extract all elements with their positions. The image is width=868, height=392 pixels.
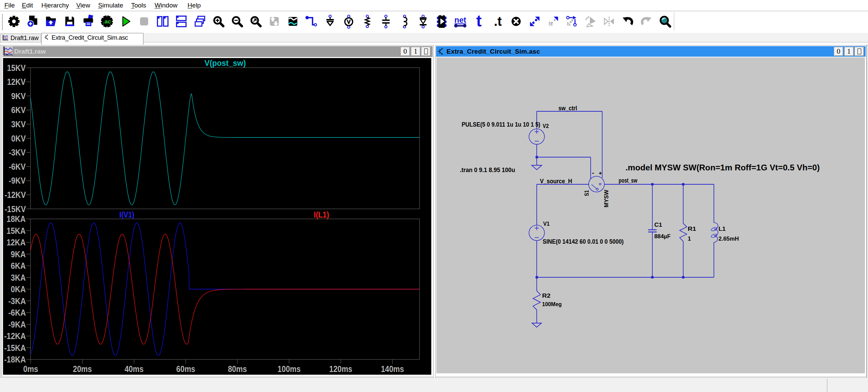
svg-text:.t: .t — [494, 14, 502, 29]
svg-text:0KV: 0KV — [11, 133, 26, 144]
svg-text:100Meg: 100Meg — [542, 301, 562, 307]
svg-text:I(V1): I(V1) — [119, 210, 134, 219]
svg-text:-12KV: -12KV — [4, 190, 26, 200]
svg-text:-18KA: -18KA — [4, 354, 26, 365]
svg-text:20ms: 20ms — [73, 364, 92, 374]
svg-text:V1: V1 — [543, 221, 550, 227]
svg-text:-9KA: -9KA — [8, 319, 26, 330]
svg-text:S1: S1 — [584, 190, 590, 196]
svg-text:2.65mH: 2.65mH — [718, 236, 739, 242]
svg-text:-6KA: -6KA — [8, 307, 26, 318]
svg-text:884µF: 884µF — [654, 233, 671, 240]
svg-text:sw_ctrl: sw_ctrl — [558, 105, 577, 112]
svg-text:MYSW: MYSW — [603, 189, 610, 207]
svg-text:40ms: 40ms — [124, 364, 143, 374]
svg-text:100ms: 100ms — [278, 364, 301, 374]
svg-text:V(post_sw): V(post_sw) — [204, 58, 246, 68]
svg-text:140ms: 140ms — [381, 364, 404, 374]
svg-text:-12KA: -12KA — [4, 331, 26, 341]
svg-text:-9KV: -9KV — [9, 175, 26, 186]
svg-text:12KA: 12KA — [7, 237, 26, 247]
svg-text:V2: V2 — [543, 123, 549, 129]
svg-text:L1: L1 — [718, 226, 726, 232]
svg-text:9KA: 9KA — [11, 249, 26, 259]
svg-text:.model MYSW SW(Ron=1m Roff=1G: .model MYSW SW(Ron=1m Roff=1G Vt=0.5 Vh=… — [626, 163, 820, 172]
svg-text:V_source_H: V_source_H — [540, 178, 572, 185]
svg-text:3KA: 3KA — [11, 273, 26, 283]
svg-text:80ms: 80ms — [228, 364, 247, 374]
svg-text:R1: R1 — [688, 226, 696, 232]
svg-text:9KV: 9KV — [11, 91, 26, 101]
svg-text:R2: R2 — [542, 293, 551, 299]
svg-text:0KA: 0KA — [11, 284, 26, 294]
svg-text:.ac: .ac — [103, 18, 111, 25]
svg-text:15KV: 15KV — [7, 63, 26, 73]
svg-text:-3KA: -3KA — [8, 296, 26, 306]
svg-text:0ms: 0ms — [23, 364, 38, 374]
svg-text:-15KV: -15KV — [4, 204, 26, 214]
svg-text:6KV: 6KV — [11, 105, 26, 115]
svg-text:120ms: 120ms — [329, 364, 352, 374]
svg-text:1: 1 — [688, 236, 691, 242]
svg-text:-15KA: -15KA — [4, 343, 26, 353]
svg-text:post_sw: post_sw — [619, 177, 638, 184]
svg-text:SINE(0 14142 60 0.01 0 0 5000): SINE(0 14142 60 0.01 0 0 5000) — [542, 238, 624, 245]
svg-text:18KA: 18KA — [7, 214, 26, 224]
svg-text:net: net — [454, 16, 466, 24]
svg-text:PULSE(5 0 9.011 1u 1u 10 1 5): PULSE(5 0 9.011 1u 1u 10 1 5) — [462, 121, 540, 128]
svg-text:t: t — [476, 12, 482, 30]
svg-text:6KA: 6KA — [11, 261, 26, 271]
svg-text:C1: C1 — [654, 222, 662, 228]
svg-text:I(L1): I(L1) — [314, 210, 329, 219]
svg-text:3KV: 3KV — [11, 119, 26, 129]
svg-text:60ms: 60ms — [176, 364, 195, 374]
svg-text:15KA: 15KA — [7, 226, 26, 236]
svg-text:-6KV: -6KV — [9, 162, 26, 172]
svg-text:-3KV: -3KV — [9, 147, 26, 157]
svg-text:12KV: 12KV — [7, 77, 26, 87]
svg-text:.tran 0 9.1 8.95 100u: .tran 0 9.1 8.95 100u — [460, 166, 515, 173]
